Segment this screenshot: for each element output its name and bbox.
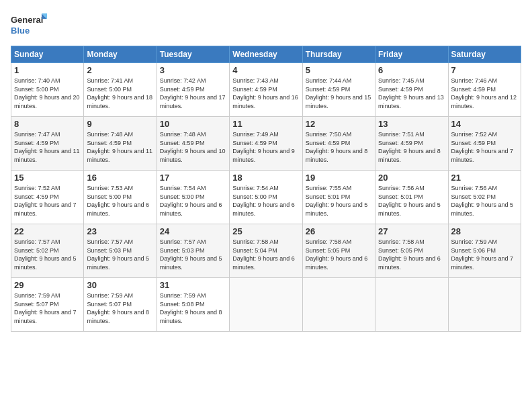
day-info: Sunrise: 7:54 AM Sunset: 5:00 PM Dayligh…	[232, 184, 299, 218]
table-row: 12 Sunrise: 7:50 AM Sunset: 4:59 PM Dayl…	[302, 117, 375, 171]
day-number: 3	[160, 65, 226, 75]
day-number: 27	[378, 226, 445, 236]
svg-text:Blue: Blue	[11, 26, 30, 36]
table-row: 1 Sunrise: 7:40 AM Sunset: 5:00 PM Dayli…	[11, 63, 84, 117]
table-row: 27 Sunrise: 7:58 AM Sunset: 5:05 PM Dayl…	[375, 224, 448, 278]
day-info: Sunrise: 7:59 AM Sunset: 5:07 PM Dayligh…	[87, 291, 153, 325]
day-number: 24	[160, 226, 226, 236]
day-info: Sunrise: 7:53 AM Sunset: 5:00 PM Dayligh…	[87, 184, 153, 218]
day-number: 23	[87, 226, 153, 236]
day-number: 5	[306, 65, 372, 75]
day-number: 2	[87, 65, 153, 75]
day-number: 18	[232, 173, 299, 183]
weekday-header-sunday: Sunday	[11, 46, 84, 63]
page-header: General Blue	[11, 11, 521, 39]
table-row: 29 Sunrise: 7:59 AM Sunset: 5:07 PM Dayl…	[11, 278, 84, 332]
logo: General Blue	[11, 11, 48, 39]
day-number: 7	[451, 65, 518, 75]
table-row: 18 Sunrise: 7:54 AM Sunset: 5:00 PM Dayl…	[230, 171, 302, 224]
day-number: 29	[14, 280, 81, 290]
table-row	[302, 278, 375, 332]
day-number: 12	[306, 119, 372, 129]
table-row: 21 Sunrise: 7:56 AM Sunset: 5:02 PM Dayl…	[448, 171, 521, 224]
table-row: 2 Sunrise: 7:41 AM Sunset: 5:00 PM Dayli…	[84, 63, 157, 117]
day-number: 1	[14, 65, 81, 75]
day-info: Sunrise: 7:47 AM Sunset: 4:59 PM Dayligh…	[14, 130, 81, 164]
weekday-header-row: SundayMondayTuesdayWednesdayThursdayFrid…	[11, 46, 521, 63]
week-row-3: 15 Sunrise: 7:52 AM Sunset: 4:59 PM Dayl…	[11, 171, 521, 224]
day-number: 20	[378, 173, 445, 183]
week-row-4: 22 Sunrise: 7:57 AM Sunset: 5:02 PM Dayl…	[11, 224, 521, 278]
table-row: 25 Sunrise: 7:58 AM Sunset: 5:04 PM Dayl…	[230, 224, 302, 278]
table-row: 7 Sunrise: 7:46 AM Sunset: 4:59 PM Dayli…	[448, 63, 521, 117]
day-number: 16	[87, 173, 153, 183]
day-info: Sunrise: 7:51 AM Sunset: 4:59 PM Dayligh…	[378, 130, 445, 164]
day-info: Sunrise: 7:59 AM Sunset: 5:08 PM Dayligh…	[160, 291, 226, 325]
day-number: 17	[160, 173, 226, 183]
table-row: 31 Sunrise: 7:59 AM Sunset: 5:08 PM Dayl…	[157, 278, 229, 332]
svg-text:General: General	[11, 15, 43, 25]
day-info: Sunrise: 7:48 AM Sunset: 4:59 PM Dayligh…	[160, 130, 226, 164]
day-number: 28	[451, 226, 518, 236]
week-row-2: 8 Sunrise: 7:47 AM Sunset: 4:59 PM Dayli…	[11, 117, 521, 171]
table-row: 23 Sunrise: 7:57 AM Sunset: 5:03 PM Dayl…	[84, 224, 157, 278]
table-row	[375, 278, 448, 332]
day-info: Sunrise: 7:43 AM Sunset: 4:59 PM Dayligh…	[232, 77, 299, 110]
day-info: Sunrise: 7:45 AM Sunset: 4:59 PM Dayligh…	[378, 77, 445, 110]
week-row-1: 1 Sunrise: 7:40 AM Sunset: 5:00 PM Dayli…	[11, 63, 521, 117]
table-row: 15 Sunrise: 7:52 AM Sunset: 4:59 PM Dayl…	[11, 171, 84, 224]
day-number: 8	[14, 119, 81, 129]
weekday-header-thursday: Thursday	[302, 46, 375, 63]
table-row: 26 Sunrise: 7:58 AM Sunset: 5:05 PM Dayl…	[302, 224, 375, 278]
table-row: 9 Sunrise: 7:48 AM Sunset: 4:59 PM Dayli…	[84, 117, 157, 171]
week-row-5: 29 Sunrise: 7:59 AM Sunset: 5:07 PM Dayl…	[11, 278, 521, 332]
day-info: Sunrise: 7:55 AM Sunset: 5:01 PM Dayligh…	[306, 184, 372, 218]
table-row: 3 Sunrise: 7:42 AM Sunset: 4:59 PM Dayli…	[157, 63, 229, 117]
day-info: Sunrise: 7:56 AM Sunset: 5:02 PM Dayligh…	[451, 184, 518, 218]
day-number: 25	[232, 226, 299, 236]
day-info: Sunrise: 7:42 AM Sunset: 4:59 PM Dayligh…	[160, 77, 226, 110]
table-row: 10 Sunrise: 7:48 AM Sunset: 4:59 PM Dayl…	[157, 117, 229, 171]
table-row	[230, 278, 302, 332]
day-info: Sunrise: 7:58 AM Sunset: 5:05 PM Dayligh…	[306, 238, 372, 271]
table-row: 5 Sunrise: 7:44 AM Sunset: 4:59 PM Dayli…	[302, 63, 375, 117]
day-info: Sunrise: 7:58 AM Sunset: 5:04 PM Dayligh…	[232, 238, 299, 271]
day-info: Sunrise: 7:59 AM Sunset: 5:06 PM Dayligh…	[451, 238, 518, 271]
table-row	[448, 278, 521, 332]
table-row: 6 Sunrise: 7:45 AM Sunset: 4:59 PM Dayli…	[375, 63, 448, 117]
day-info: Sunrise: 7:40 AM Sunset: 5:00 PM Dayligh…	[14, 77, 81, 110]
table-row: 19 Sunrise: 7:55 AM Sunset: 5:01 PM Dayl…	[302, 171, 375, 224]
table-row: 30 Sunrise: 7:59 AM Sunset: 5:07 PM Dayl…	[84, 278, 157, 332]
table-row: 22 Sunrise: 7:57 AM Sunset: 5:02 PM Dayl…	[11, 224, 84, 278]
day-info: Sunrise: 7:58 AM Sunset: 5:05 PM Dayligh…	[378, 238, 445, 271]
day-info: Sunrise: 7:57 AM Sunset: 5:03 PM Dayligh…	[160, 238, 226, 271]
day-number: 22	[14, 226, 81, 236]
table-row: 11 Sunrise: 7:49 AM Sunset: 4:59 PM Dayl…	[230, 117, 302, 171]
day-info: Sunrise: 7:41 AM Sunset: 5:00 PM Dayligh…	[87, 77, 153, 110]
day-number: 21	[451, 173, 518, 183]
day-number: 26	[306, 226, 372, 236]
day-info: Sunrise: 7:46 AM Sunset: 4:59 PM Dayligh…	[451, 77, 518, 110]
weekday-header-wednesday: Wednesday	[230, 46, 302, 63]
day-info: Sunrise: 7:54 AM Sunset: 5:00 PM Dayligh…	[160, 184, 226, 218]
day-number: 13	[378, 119, 445, 129]
weekday-header-tuesday: Tuesday	[157, 46, 229, 63]
table-row: 17 Sunrise: 7:54 AM Sunset: 5:00 PM Dayl…	[157, 171, 229, 224]
weekday-header-saturday: Saturday	[448, 46, 521, 63]
day-info: Sunrise: 7:48 AM Sunset: 4:59 PM Dayligh…	[87, 130, 153, 164]
day-number: 15	[14, 173, 81, 183]
day-info: Sunrise: 7:52 AM Sunset: 4:59 PM Dayligh…	[14, 184, 81, 218]
calendar-body: 1 Sunrise: 7:40 AM Sunset: 5:00 PM Dayli…	[11, 63, 521, 332]
day-number: 4	[232, 65, 299, 75]
day-number: 9	[87, 119, 153, 129]
day-info: Sunrise: 7:57 AM Sunset: 5:02 PM Dayligh…	[14, 238, 81, 271]
day-number: 6	[378, 65, 445, 75]
day-number: 30	[87, 280, 153, 290]
weekday-header-monday: Monday	[84, 46, 157, 63]
table-row: 13 Sunrise: 7:51 AM Sunset: 4:59 PM Dayl…	[375, 117, 448, 171]
day-number: 11	[232, 119, 299, 129]
table-row: 16 Sunrise: 7:53 AM Sunset: 5:00 PM Dayl…	[84, 171, 157, 224]
table-row: 24 Sunrise: 7:57 AM Sunset: 5:03 PM Dayl…	[157, 224, 229, 278]
day-info: Sunrise: 7:49 AM Sunset: 4:59 PM Dayligh…	[232, 130, 299, 164]
day-number: 19	[306, 173, 372, 183]
